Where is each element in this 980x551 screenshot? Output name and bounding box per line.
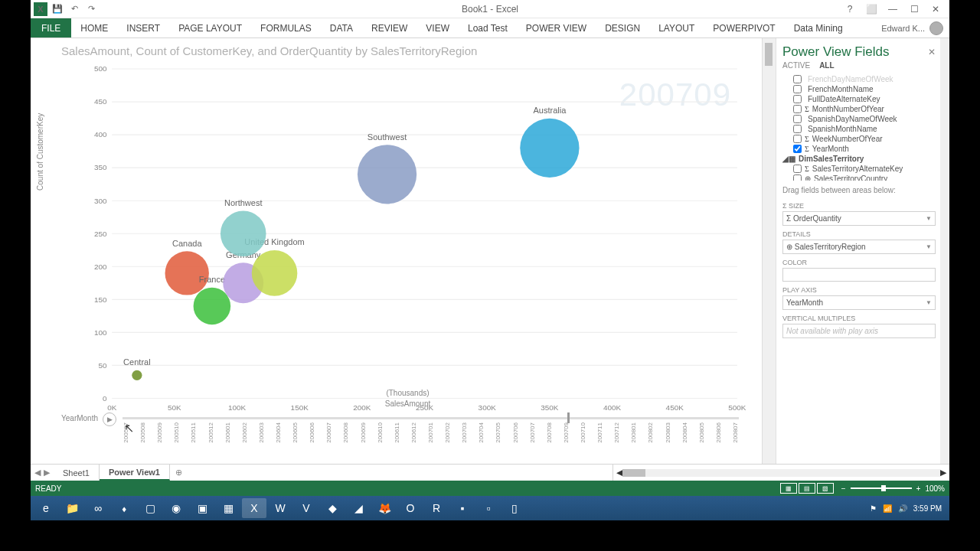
tab-layout[interactable]: LAYOUT (649, 18, 704, 37)
bubble-canada[interactable] (165, 251, 209, 295)
tab-powerpivot[interactable]: POWERPIVOT (704, 18, 784, 37)
field-checkbox[interactable] (793, 145, 802, 153)
maximize-icon[interactable]: ☐ (906, 4, 922, 15)
pane-close-icon[interactable]: ✕ (928, 47, 936, 57)
tab-review[interactable]: REVIEW (362, 18, 416, 37)
field-item[interactable]: ⊕SalesTerritoryCountry (782, 174, 936, 181)
view-page-icon[interactable]: ▤ (799, 483, 815, 494)
tb-app-icon[interactable]: ▫ (476, 498, 501, 518)
ribbon-options-icon[interactable]: ⬜ (864, 4, 879, 15)
field-item[interactable]: ΣMonthNumberOfYear (782, 104, 936, 114)
tb-app-icon[interactable]: ⬧ (112, 498, 136, 518)
tb-app-icon[interactable]: ◆ (320, 498, 345, 518)
bubble-southwest[interactable] (358, 145, 416, 204)
tab-load-test[interactable]: Load Test (459, 18, 517, 37)
view-normal-icon[interactable]: ▦ (780, 483, 797, 494)
tb-chrome-icon[interactable]: ◉ (164, 498, 188, 518)
bubble-united-kingdom[interactable] (252, 250, 298, 296)
powerview-canvas[interactable]: SalesAmount, Count of CustomerKey, and O… (31, 38, 762, 464)
field-checkbox[interactable] (793, 105, 802, 113)
tb-outlook-icon[interactable]: O (398, 498, 423, 518)
tb-app-icon[interactable]: ▣ (190, 498, 214, 518)
fields-tab-all[interactable]: ALL (819, 61, 834, 71)
tb-visio-icon[interactable]: V (294, 498, 318, 518)
system-tray[interactable]: ⚑ 📶 🔊 3:59 PM (870, 504, 946, 513)
file-tab[interactable]: FILE (31, 18, 71, 37)
tray-volume-icon[interactable]: 🔊 (898, 504, 907, 513)
bubble-central[interactable] (132, 370, 142, 380)
tb-explorer-icon[interactable]: 📁 (60, 498, 84, 518)
field-checkbox[interactable] (793, 95, 802, 103)
sheet-tab[interactable]: Power View1 (100, 465, 170, 481)
tab-insert[interactable]: INSERT (117, 18, 169, 37)
field-checkbox[interactable] (793, 174, 802, 181)
sheet-nav[interactable]: ◀ ▶ (31, 465, 54, 481)
svg-text:France: France (199, 275, 225, 284)
tb-word-icon[interactable]: W (268, 498, 292, 518)
field-checkbox[interactable] (793, 125, 802, 133)
tab-formulas[interactable]: FORMULAS (251, 18, 321, 37)
drag-hint: Drag fields between areas below: (782, 186, 936, 194)
field-checkbox[interactable] (793, 75, 802, 83)
zoom-control[interactable]: −+ 100% (841, 484, 945, 493)
undo-icon[interactable]: ↶ (67, 2, 81, 16)
save-icon[interactable]: 💾 (51, 2, 64, 16)
tab-page-layout[interactable]: PAGE LAYOUT (169, 18, 251, 37)
add-sheet-button[interactable]: ⊕ (170, 465, 188, 481)
tb-excel-icon[interactable]: X (242, 498, 266, 518)
tab-data-mining[interactable]: Data Mining (785, 18, 852, 37)
sheet-tab[interactable]: Sheet1 (54, 465, 100, 481)
field-table[interactable]: ◢▦DimSalesTerritory (782, 154, 936, 164)
field-item[interactable]: FrenchMonthName (782, 84, 936, 94)
field-item[interactable]: ΣYearMonth (782, 144, 936, 154)
tb-app-icon[interactable]: ▢ (138, 498, 162, 518)
bubble-northwest[interactable] (220, 210, 266, 256)
tab-design[interactable]: DESIGN (596, 18, 649, 37)
bubble-chart[interactable]: Count of CustomerKey 0501001502002503003… (61, 60, 754, 390)
help-icon[interactable]: ? (842, 4, 858, 15)
fields-scrollbar[interactable] (940, 38, 949, 464)
tab-data[interactable]: DATA (321, 18, 362, 37)
tab-home[interactable]: HOME (71, 18, 117, 37)
field-item[interactable]: SpanishDayNameOfWeek (782, 114, 936, 124)
tb-app-icon[interactable]: ▯ (502, 498, 527, 518)
bubble-australia[interactable] (520, 119, 579, 178)
tb-cmd-icon[interactable]: ▪ (450, 498, 475, 518)
zone-color[interactable] (782, 268, 936, 282)
horizontal-scrollbar[interactable]: ◀▶ (612, 465, 949, 481)
field-checkbox[interactable] (793, 115, 802, 123)
view-break-icon[interactable]: ▧ (817, 483, 834, 494)
field-item[interactable]: ΣWeekNumberOfYear (782, 134, 936, 144)
field-item[interactable]: ΣSalesTerritoryAlternateKey (782, 164, 936, 174)
tb-firefox-icon[interactable]: 🦊 (372, 498, 397, 518)
tb-ie-icon[interactable]: e (34, 498, 58, 518)
zone-play[interactable]: YearMonth▼ (782, 295, 936, 310)
tb-app-icon[interactable]: ◢ (346, 498, 371, 518)
field-item[interactable]: SpanishMonthName (782, 124, 936, 134)
minimize-icon[interactable]: — (885, 4, 900, 15)
svg-text:500K: 500K (728, 403, 746, 412)
field-checkbox[interactable] (793, 85, 802, 93)
field-checkbox[interactable] (793, 165, 802, 173)
tab-power-view[interactable]: POWER VIEW (517, 18, 596, 37)
zone-details[interactable]: ⊕ SalesTerritoryRegion▼ (782, 240, 936, 254)
tb-app-icon[interactable]: ▦ (216, 498, 240, 518)
zone-size[interactable]: Σ OrderQuantity▼ (782, 211, 936, 226)
fields-tab-active[interactable]: ACTIVE (782, 61, 810, 71)
field-item[interactable]: FrenchDayNameOfWeek (782, 74, 936, 84)
tray-network-icon[interactable]: 📶 (883, 504, 892, 513)
tab-view[interactable]: VIEW (416, 18, 459, 37)
field-checkbox[interactable] (793, 135, 802, 143)
tray-clock[interactable]: 3:59 PM (913, 504, 942, 513)
tb-r-icon[interactable]: R (424, 498, 449, 518)
tb-vs-icon[interactable]: ∞ (86, 498, 110, 518)
field-item[interactable]: FullDateAlternateKey (782, 94, 936, 104)
bubble-france[interactable] (194, 288, 231, 325)
redo-icon[interactable]: ↷ (84, 2, 98, 16)
canvas-scrollbar[interactable] (762, 38, 776, 464)
svg-text:250: 250 (94, 230, 107, 238)
play-axis[interactable]: YearMonth ▶ 2005072005082005092005102005… (61, 412, 754, 443)
close-icon[interactable]: ✕ (928, 4, 943, 15)
tray-flag-icon[interactable]: ⚑ (870, 504, 877, 513)
user-menu[interactable]: Edward K... (875, 18, 949, 37)
